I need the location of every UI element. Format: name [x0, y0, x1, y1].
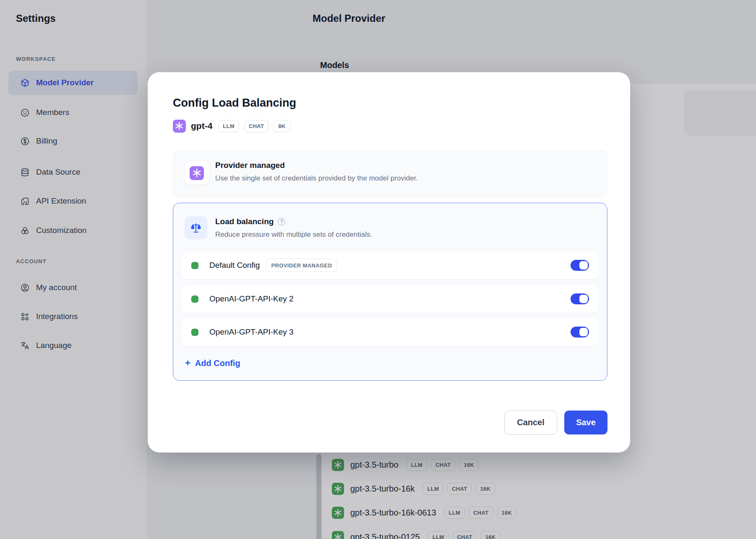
provider-icon-tile	[185, 161, 209, 185]
plus-icon: +	[185, 358, 190, 369]
model-context-badge: 8K	[274, 120, 290, 132]
openai-icon	[173, 120, 186, 133]
openai-icon	[190, 166, 204, 180]
config-name: OpenAI-GPT-API-Key 2	[209, 294, 294, 304]
balance-scale-icon	[190, 222, 202, 234]
config-toggle[interactable]	[571, 327, 589, 338]
option-desc: Use the single set of credentials provid…	[215, 174, 418, 183]
option-title: Provider managed	[215, 161, 285, 170]
option-title: Load balancing ?	[215, 217, 285, 226]
add-config-button[interactable]: + Add Config	[185, 358, 240, 369]
provider-managed-option[interactable]: Provider managed Use the single set of c…	[173, 150, 607, 198]
status-dot	[191, 296, 198, 303]
status-dot	[191, 262, 198, 269]
config-toggle[interactable]	[571, 260, 589, 271]
config-name: OpenAI-GPT-API-Key 3	[209, 327, 294, 337]
config-load-balancing-modal: Config Load Balancing gpt-4 LLM CHAT 8K …	[148, 72, 630, 453]
help-icon[interactable]: ?	[278, 218, 285, 225]
model-type-badge: LLM	[218, 120, 239, 132]
cancel-button[interactable]: Cancel	[504, 411, 557, 434]
save-button[interactable]: Save	[564, 411, 607, 434]
model-mode-badge: CHAT	[244, 120, 269, 132]
modal-title: Config Load Balancing	[173, 97, 296, 110]
model-chip: gpt-4 LLM CHAT 8K	[173, 119, 290, 133]
model-name: gpt-4	[191, 121, 212, 131]
config-name: Default Config	[209, 261, 260, 270]
add-config-label: Add Config	[195, 358, 240, 368]
status-dot	[191, 329, 198, 336]
scale-icon-tile	[185, 216, 207, 239]
provider-managed-badge: PROVIDER MANAGED	[266, 259, 337, 272]
load-balancing-option[interactable]: Load balancing ? Reduce pressure with mu…	[173, 203, 607, 381]
load-balancing-label: Load balancing	[215, 217, 274, 226]
option-desc: Reduce pressure with multiple sets of cr…	[215, 230, 372, 239]
config-toggle[interactable]	[571, 293, 589, 304]
config-row[interactable]: OpenAI-GPT-API-Key 3	[182, 318, 598, 346]
config-row[interactable]: OpenAI-GPT-API-Key 2	[182, 285, 598, 313]
config-row[interactable]: Default Config PROVIDER MANAGED	[182, 251, 598, 279]
